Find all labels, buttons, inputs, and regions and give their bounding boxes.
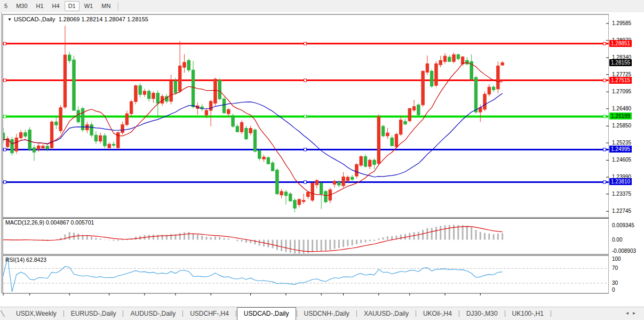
symbol-dropdown-icon[interactable]: ▼ [7, 17, 12, 22]
timeframe-button-5[interactable]: 5 [1, 2, 11, 11]
axis-label: 1.22745 [612, 208, 631, 214]
tab-separator [459, 310, 459, 317]
timeframe-toolbar: 5M30H1H4D1W1MN [0, 0, 644, 13]
axis-label: 1.29585 [612, 20, 631, 26]
toolbar-separator [118, 2, 118, 11]
chart-tab-usdcad-daily[interactable]: USDCAD-,Daily [237, 307, 296, 320]
macd-indicator-label: MACD(12,26,9) 0.004867 0.005701 [5, 219, 94, 226]
tab-separator [505, 310, 505, 317]
tab-separator [416, 310, 416, 317]
line-handle[interactable] [304, 148, 307, 151]
current-price-label: 1.28155 [609, 59, 632, 66]
chart-tab-dj30-m30[interactable]: DJ30-,M30 [460, 308, 504, 320]
price-axis[interactable]: 1.295851.289701.283401.277251.270951.264… [609, 12, 644, 307]
line-handle[interactable] [4, 42, 6, 45]
level-price-label: 1.28851 [609, 40, 632, 47]
chart-ohlc-values: 1.28069 1.28214 1.28047 1.28155 [59, 16, 148, 22]
line-handle[interactable] [4, 148, 6, 151]
axis-label: 100 [612, 256, 621, 262]
axis-label: 1.25235 [612, 140, 631, 146]
chart-area[interactable]: ▼USDCAD-,Daily 1.28069 1.28214 1.28047 1… [0, 12, 644, 307]
chart-symbol-label: USDCAD-,Daily [14, 16, 55, 22]
tab-separator [297, 310, 297, 317]
level-price-label: 1.24995 [609, 146, 632, 153]
chart-tab-usdx-weekly[interactable]: USDX,Weekly [10, 308, 63, 320]
timeframe-button-h1[interactable]: H1 [33, 2, 47, 11]
axis-label: -0.008903 [612, 248, 636, 254]
timeframe-button-w1[interactable]: W1 [81, 2, 97, 11]
line-handle[interactable] [603, 115, 606, 118]
timeframe-button-m30[interactable]: M30 [12, 2, 31, 11]
tab-separator [123, 310, 123, 317]
line-handle[interactable] [603, 148, 606, 151]
tab-gripper-icon [1, 309, 9, 318]
chart-title: ▼USDCAD-,Daily 1.28069 1.28214 1.28047 1… [7, 16, 148, 22]
axis-label: 1.27095 [612, 89, 631, 94]
chart-tab-bar: USDX,WeeklyEURUSD-,DailyAUDUSD-,DailyUSD… [0, 307, 644, 320]
axis-label: 1.25850 [612, 123, 631, 129]
line-handle[interactable] [603, 42, 606, 45]
level-price-label: 1.27515 [609, 77, 632, 84]
chart-tab-xauusd-daily[interactable]: XAUUSD-,Daily [357, 308, 415, 320]
line-handle[interactable] [304, 181, 307, 183]
chart-tab-usdcnh-daily[interactable]: USDCNH-,Daily [298, 308, 356, 320]
axis-label: 0 [612, 287, 615, 293]
line-handle[interactable] [603, 181, 606, 183]
chart-tab-audusd-daily[interactable]: AUDUSD-,Daily [124, 308, 182, 320]
axis-label: 70 [612, 265, 618, 271]
axis-label: 0.00 [612, 237, 622, 243]
chart-tab-uk100-h1[interactable]: UK100-,H1 [506, 308, 550, 320]
timeframe-button-d1[interactable]: D1 [65, 1, 79, 11]
tab-separator [236, 310, 236, 317]
tab-separator [182, 310, 183, 317]
chart-tab-usdchf-h4[interactable]: USDCHF-,H4 [184, 308, 235, 320]
axis-label: 0.009345 [612, 222, 634, 228]
axis-label: 1.26480 [612, 106, 631, 111]
tab-separator [356, 310, 357, 317]
axis-label: 1.24605 [612, 157, 631, 163]
level-price-label: 1.26199 [609, 113, 632, 119]
price-chart-canvas[interactable] [0, 12, 609, 307]
line-handle[interactable] [4, 79, 6, 82]
tab-separator [551, 310, 551, 317]
tabs-scroll-left-icon[interactable]: ◂ [626, 310, 633, 316]
line-handle[interactable] [4, 115, 6, 118]
line-handle[interactable] [603, 79, 606, 82]
timeframe-button-h4[interactable]: H4 [49, 2, 63, 11]
mt4-window: { "colors":{ "bull":"#ea3423","bear":"#2… [0, 0, 644, 320]
chart-tab-ukoil-h4[interactable]: UKOil-,H4 [417, 308, 458, 320]
tab-separator [63, 310, 64, 317]
rsi-pane [3, 255, 609, 293]
line-handle[interactable] [304, 79, 307, 82]
rsi-indicator-label: RSI(14) 62.8423 [5, 257, 46, 263]
line-handle[interactable] [304, 42, 307, 45]
axis-label: 30 [612, 280, 618, 286]
tabs-scroll-right-icon[interactable]: ▸ [633, 310, 640, 316]
line-handle[interactable] [4, 181, 6, 183]
timeframe-button-mn[interactable]: MN [98, 2, 114, 11]
level-price-label: 1.23810 [609, 178, 632, 185]
line-handle[interactable] [304, 115, 307, 118]
axis-label: 1.23375 [612, 191, 631, 197]
chart-tab-eurusd-daily[interactable]: EURUSD-,Daily [65, 308, 123, 320]
